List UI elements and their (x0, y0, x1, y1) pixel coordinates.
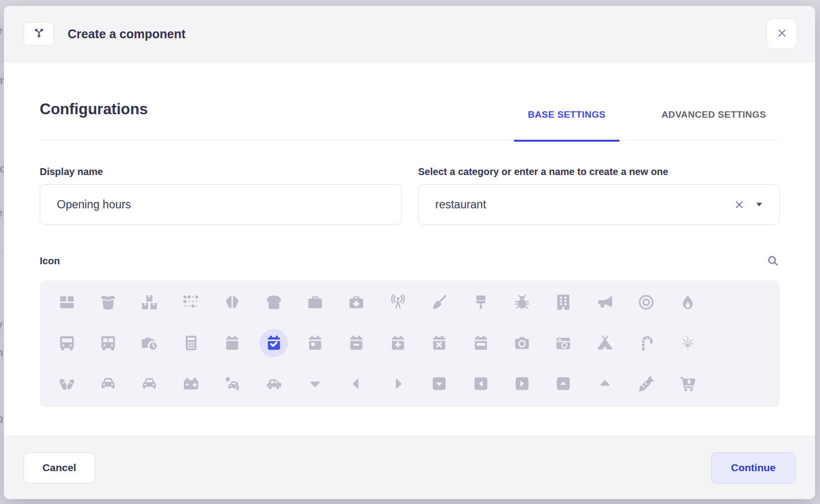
boxes-icon[interactable] (129, 282, 170, 323)
caret-left-icon[interactable] (336, 363, 377, 404)
calendar-minus-icon[interactable] (336, 323, 377, 363)
car-icon[interactable] (87, 363, 128, 404)
caret-square-down-icon[interactable] (419, 363, 460, 404)
cart-arrow-down-icon[interactable] (667, 363, 708, 404)
caret-square-left-icon[interactable] (460, 363, 501, 404)
create-component-modal: Create a component Configurations BASE S… (4, 6, 815, 499)
caret-up-icon[interactable] (584, 363, 625, 404)
calendar-check-icon[interactable] (253, 323, 294, 363)
calendar-icon[interactable] (212, 323, 253, 363)
box-open-icon[interactable] (87, 282, 128, 323)
briefcase-icon[interactable] (294, 282, 335, 323)
building-icon[interactable] (543, 282, 584, 323)
icon-grid (40, 280, 780, 404)
car-side-icon[interactable] (253, 363, 294, 404)
brush-icon[interactable] (460, 282, 501, 323)
capsules-icon[interactable] (46, 363, 87, 404)
broom-icon[interactable] (419, 282, 460, 323)
form-row: Display name Select a category or enter … (40, 166, 780, 225)
carrot-icon[interactable] (625, 363, 666, 404)
caret-square-up-icon[interactable] (543, 363, 584, 404)
camera-retro-icon[interactable] (543, 323, 584, 363)
campground-icon[interactable] (584, 323, 625, 363)
display-name-field-group: Display name (40, 166, 402, 225)
icon-picker-panel (40, 280, 780, 407)
component-icon-badge (24, 22, 54, 46)
display-name-input-wrap (40, 184, 402, 225)
category-value: restaurant (436, 198, 734, 211)
camera-icon[interactable] (501, 323, 542, 363)
caret-square-right-icon[interactable] (501, 363, 542, 404)
candy-cane-icon[interactable] (625, 323, 666, 363)
tab-base-settings[interactable]: BASE SETTINGS (514, 109, 619, 142)
category-field-group: Select a category or enter a name to cre… (418, 166, 780, 225)
tab-advanced-settings[interactable]: ADVANCED SETTINGS (648, 109, 780, 141)
category-select[interactable]: restaurant (418, 184, 780, 225)
configurations-header-row: Configurations BASE SETTINGS ADVANCED SE… (40, 101, 780, 141)
settings-tabs: BASE SETTINGS ADVANCED SETTINGS (514, 109, 780, 141)
bullseye-icon[interactable] (625, 282, 666, 323)
business-time-icon[interactable] (129, 323, 170, 363)
briefcase-medical-icon[interactable] (336, 282, 377, 323)
calculator-icon[interactable] (170, 323, 211, 363)
close-button[interactable] (767, 19, 797, 49)
car-crash-icon[interactable] (212, 363, 253, 404)
bug-icon[interactable] (501, 282, 542, 323)
broadcast-tower-icon[interactable] (377, 282, 418, 323)
bus-alt-icon[interactable] (87, 323, 128, 363)
car-alt-icon[interactable] (129, 363, 170, 404)
icon-label: Icon (40, 255, 60, 267)
box-icon[interactable] (46, 282, 87, 323)
brain-icon[interactable] (212, 282, 253, 323)
bus-icon[interactable] (46, 323, 87, 363)
modal-footer: Cancel Continue (4, 436, 815, 499)
calendar-plus-icon[interactable] (377, 323, 418, 363)
icon-section-header: Icon (40, 254, 780, 268)
bullhorn-icon[interactable] (584, 282, 625, 323)
calendar-week-icon[interactable] (460, 323, 501, 363)
display-name-input[interactable] (57, 198, 384, 211)
modal-title: Create a component (68, 27, 185, 41)
cannabis-icon[interactable] (667, 323, 708, 363)
caret-right-icon[interactable] (377, 363, 418, 404)
modal-header: Create a component (4, 6, 815, 62)
bread-slice-icon[interactable] (253, 282, 294, 323)
clear-x-icon[interactable] (734, 199, 745, 210)
modal-body: Configurations BASE SETTINGS ADVANCED SE… (4, 62, 815, 436)
calendar-times-icon[interactable] (419, 323, 460, 363)
search-icon[interactable] (766, 254, 780, 268)
car-battery-icon[interactable] (170, 363, 211, 404)
cancel-button[interactable]: Cancel (24, 453, 95, 483)
burn-icon[interactable] (667, 282, 708, 323)
close-icon (775, 26, 789, 42)
category-label: Select a category or enter a name to cre… (418, 166, 780, 177)
display-name-label: Display name (40, 166, 402, 177)
continue-button[interactable]: Continue (711, 453, 795, 483)
caret-down-icon[interactable] (756, 202, 763, 207)
caret-down-icon[interactable] (294, 363, 335, 404)
calendar-day-icon[interactable] (294, 323, 335, 363)
braille-icon[interactable] (170, 282, 211, 323)
component-node-icon (32, 26, 46, 42)
section-title: Configurations (40, 101, 148, 140)
